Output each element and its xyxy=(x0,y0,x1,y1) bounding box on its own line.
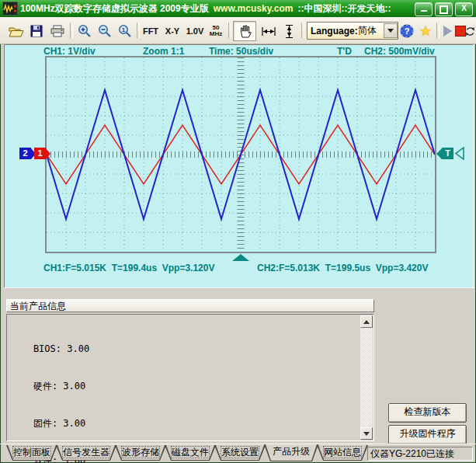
close-button[interactable]: X xyxy=(455,2,473,16)
maximize-icon xyxy=(440,5,448,14)
magnifier-plus-icon xyxy=(78,24,92,38)
vertical-scrollbar[interactable] xyxy=(360,315,373,440)
fft-button[interactable]: FFT xyxy=(140,21,162,41)
tab-system-settings[interactable]: 系统设置 xyxy=(214,445,266,461)
hand-pan-icon xyxy=(238,24,252,38)
hardware-version-line: 硬件: 3.00 xyxy=(11,380,311,392)
tab-disk-file[interactable]: 磁盘文件 xyxy=(165,445,216,461)
zoom-1to1-button[interactable]: 1 xyxy=(115,21,135,41)
svg-text:?: ? xyxy=(405,26,410,36)
scroll-up-button[interactable] xyxy=(360,315,373,328)
firmware-version-line: 固件: 3.00 xyxy=(11,417,311,430)
horizontal-measure-button[interactable] xyxy=(258,21,280,41)
vertical-measure-button[interactable] xyxy=(280,21,298,41)
chevron-down-icon xyxy=(387,29,394,33)
ch1-marker-arrow-icon xyxy=(46,148,50,159)
ch1-measurements: CH1:F=5.015K T=199.4us Vpp=3.120V xyxy=(43,263,214,273)
favorites-button[interactable]: ★ xyxy=(416,21,435,41)
magnifier-1-icon: 1 xyxy=(118,24,132,38)
bandwidth-bottom-label: MHz xyxy=(210,30,222,37)
bandwidth-button[interactable]: 50 MHz xyxy=(205,21,227,41)
ch2-position-marker[interactable]: 2 xyxy=(19,148,31,159)
trigger-marker-arrow-icon xyxy=(436,148,442,159)
volt-div-button[interactable]: 1.0V xyxy=(183,21,207,41)
language-dropdown-button[interactable] xyxy=(384,23,398,38)
window-title-extra: ::中国深圳::开发天地:: xyxy=(297,2,391,16)
scope-grid[interactable] xyxy=(45,56,436,253)
tab-control-panel[interactable]: 控制面板 xyxy=(6,445,57,461)
ch2-scale-label: CH2: 500mV/div xyxy=(364,46,435,57)
scroll-down-button[interactable] xyxy=(360,427,373,440)
maximize-button[interactable] xyxy=(435,2,453,16)
toolbar-separator xyxy=(301,23,304,38)
play-icon xyxy=(443,26,452,37)
svg-text:1: 1 xyxy=(122,26,126,33)
bios-version-line: BIOS: 3.00 xyxy=(11,343,311,355)
print-button[interactable] xyxy=(47,21,68,41)
trigger-level-marker[interactable]: T xyxy=(442,148,453,159)
ch2-measurements: CH2:F=5.013K T=199.5us Vpp=3.420V xyxy=(257,263,428,273)
toolbar: 1 FFT X-Y 1.0V 50 MHz Language: 简体 xyxy=(0,17,476,44)
trigger-status-label: T'D xyxy=(337,46,352,57)
tab-waveform-storage[interactable]: 波形存储 xyxy=(115,445,166,461)
minimize-button[interactable] xyxy=(415,2,433,16)
language-value: 简体 xyxy=(358,24,377,37)
xy-mode-button[interactable]: X-Y xyxy=(162,21,183,41)
scroll-down-icon xyxy=(363,432,370,436)
refresh-button[interactable] xyxy=(463,21,476,41)
toolbar-separator xyxy=(228,23,231,38)
folder-open-icon xyxy=(9,26,24,37)
app-window: { "window": { "title_main": "100MHz双踪数字存… xyxy=(0,0,476,463)
tab-product-upgrade[interactable]: 产品升级 xyxy=(264,444,318,461)
upgrade-firmware-button[interactable]: 升级固件程序 xyxy=(388,425,467,444)
run-button[interactable] xyxy=(440,21,455,41)
hand-pan-button[interactable] xyxy=(233,21,256,41)
zoom-in-button[interactable] xyxy=(75,21,95,41)
product-info-textarea[interactable]: BIOS: 3.00 硬件: 3.00 固件: 3.00 软件: 3.00 产品… xyxy=(6,314,374,441)
refresh-icon xyxy=(464,26,476,37)
language-label: Language: xyxy=(311,26,358,37)
app-oscilloscope-icon xyxy=(2,2,18,16)
ch1-scale-label: CH1: 1V/div xyxy=(43,46,96,57)
floppy-icon xyxy=(30,25,43,37)
printer-icon xyxy=(50,25,65,37)
star-icon: ★ xyxy=(419,23,432,40)
zoom-out-button[interactable] xyxy=(95,21,115,41)
minimize-icon xyxy=(421,10,427,12)
window-title-site: www.mcusky.com xyxy=(214,3,294,14)
horizontal-measure-icon xyxy=(261,26,276,37)
connection-status: 仪器YG-2210已连接 xyxy=(367,447,473,461)
help-icon: ? xyxy=(400,24,414,38)
trigger-outline-arrow-icon xyxy=(454,147,465,160)
open-button[interactable] xyxy=(6,21,26,41)
magnifier-minus-icon xyxy=(98,24,112,38)
zoom-label: Zoom 1:1 xyxy=(143,46,184,57)
waveform-display xyxy=(47,57,435,252)
vertical-measure-icon xyxy=(284,24,294,39)
toolbar-separator xyxy=(70,23,73,38)
tab-signal-generator[interactable]: 信号发生器 xyxy=(56,445,116,461)
title-bar: 100MHz双踪数字存储虚拟示波器 2009专业版 www.mcusky.com… xyxy=(0,0,476,17)
scope-panel: CH1: 1V/div Zoom 1:1 Time: 50us/div T'D … xyxy=(4,44,474,288)
help-button[interactable]: ? xyxy=(398,21,416,41)
save-button[interactable] xyxy=(26,21,47,41)
timebase-label: Time: 50us/div xyxy=(209,46,273,57)
scroll-up-icon xyxy=(363,320,370,324)
product-info-header: 当前产品信息 xyxy=(6,299,374,312)
window-title: 100MHz双踪数字存储虚拟示波器 2009专业版 xyxy=(20,2,209,16)
check-version-button[interactable]: 检查新版本 xyxy=(388,403,467,423)
trigger-position-marker[interactable] xyxy=(232,254,249,261)
ch1-position-marker[interactable]: 1 xyxy=(34,148,46,159)
tab-website-info[interactable]: 网站信息 xyxy=(317,445,368,461)
language-select[interactable]: Language: 简体 xyxy=(307,22,398,40)
